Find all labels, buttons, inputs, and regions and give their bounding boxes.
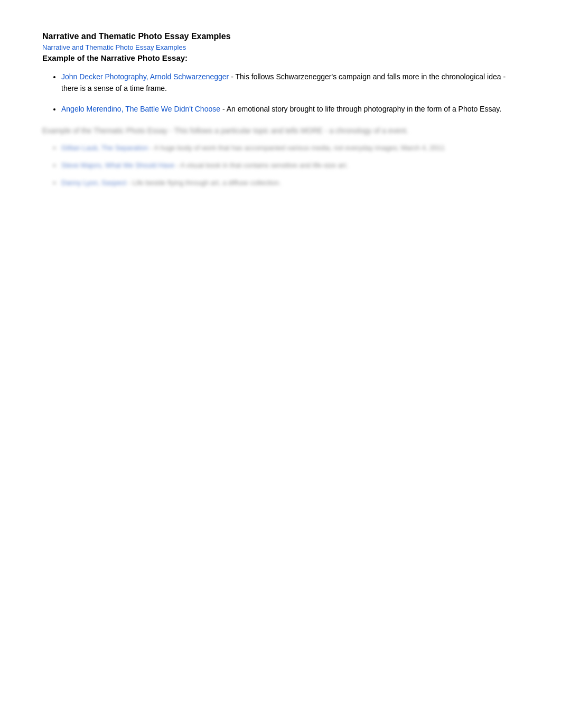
list-item: John Decker Photography, Arnold Schwarze… xyxy=(61,71,519,95)
narrative-list: John Decker Photography, Arnold Schwarze… xyxy=(61,71,519,115)
thematic-link-2[interactable]: Steve Majors, What We Should Have xyxy=(61,161,174,169)
thematic-list-item-1: Gillian Laub, The Separation - A huge bo… xyxy=(61,143,519,154)
thematic-section: Example of the Thematic Photo Essay - Th… xyxy=(42,125,519,188)
thematic-list-item-2: Steve Majors, What We Should Have - A vi… xyxy=(61,160,519,171)
thematic-list: Gillian Laub, The Separation - A huge bo… xyxy=(61,143,519,188)
thematic-list-item-3: Danny Lyon, Saspect - Life beside flying… xyxy=(61,178,519,189)
thematic-desc-3: - Life beside flying through art, a diff… xyxy=(126,179,280,187)
narrative-link-1[interactable]: John Decker Photography, Arnold Schwarze… xyxy=(61,72,229,81)
thematic-link-3[interactable]: Danny Lyon, Saspect xyxy=(61,179,126,187)
thematic-section-heading: Example of the Thematic Photo Essay - Th… xyxy=(42,125,519,136)
thematic-desc-2: - A visual book in that contains sensiti… xyxy=(174,161,348,169)
thematic-link-1[interactable]: Gillian Laub, The Separation xyxy=(61,144,148,152)
narrative-desc-2: - An emotional story brought to life thr… xyxy=(220,105,501,113)
main-title: Narrative and Thematic Photo Essay Examp… xyxy=(42,32,519,41)
thematic-desc-1: - A huge body of work that has accompani… xyxy=(148,144,445,152)
list-item: Angelo Merendino, The Battle We Didn't C… xyxy=(61,103,519,115)
breadcrumb-link[interactable]: Narrative and Thematic Photo Essay Examp… xyxy=(42,43,519,51)
narrative-link-2[interactable]: Angelo Merendino, The Battle We Didn't C… xyxy=(61,105,220,113)
narrative-section-heading: Example of the Narrative Photo Essay: xyxy=(42,53,519,62)
